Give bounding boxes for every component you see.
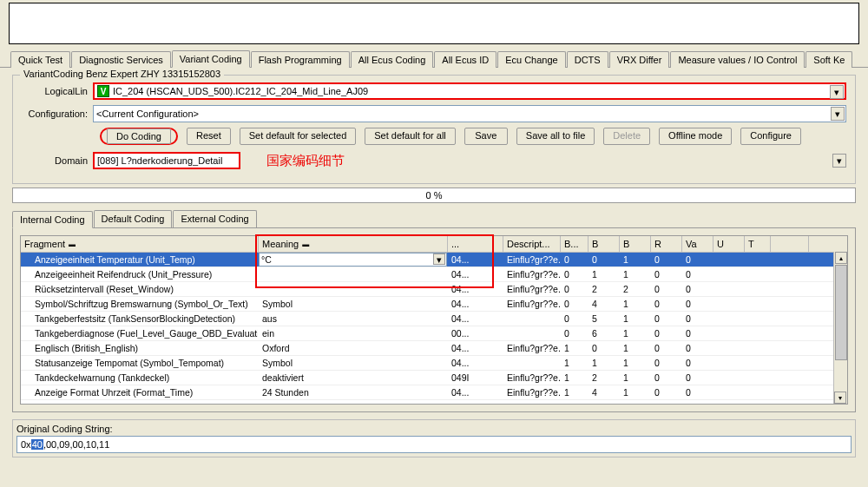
data-cell: 04... (448, 253, 503, 266)
tab-all-ecus-coding[interactable]: All Ecus Coding (351, 51, 434, 68)
ecu-status-icon: V (97, 85, 109, 97)
inner-tab-internal-coding[interactable]: Internal Coding (12, 211, 93, 228)
action-button-row: Do Coding Reset Set default for selected… (22, 128, 846, 145)
domain-dropdown[interactable]: [089] L?nderkodierung_Detail (93, 152, 240, 169)
data-cell: 1 (620, 327, 651, 339)
tab-variant-coding[interactable]: Variant Coding (172, 50, 250, 68)
data-cell: 0 (651, 313, 682, 325)
data-cell: 1 (620, 298, 651, 310)
fragment-cell: Anzeigeeinheit Temperatur (Unit_Temp) (21, 253, 259, 266)
chevron-down-icon[interactable]: ▾ (830, 85, 844, 99)
do-coding-highlight: Do Coding (100, 128, 178, 145)
vertical-scrollbar[interactable]: ▴ ▾ (833, 252, 847, 404)
save-all-file-button[interactable]: Save all to file (516, 128, 595, 145)
data-cell (771, 303, 809, 305)
chevron-down-icon[interactable]: ▾ (433, 253, 445, 265)
save-button[interactable]: Save (464, 128, 508, 145)
column-header[interactable]: R (651, 236, 682, 252)
column-header[interactable] (771, 236, 809, 252)
data-cell (771, 347, 809, 349)
configuration-dropdown[interactable]: <Current Configuration> ▾ (93, 105, 846, 122)
column-header[interactable]: Fragment▬ (21, 236, 259, 252)
table-row[interactable]: Anzeigeeinheit Reifendruck (Unit_Pressur… (21, 267, 847, 282)
inner-tab-default-coding[interactable]: Default Coding (94, 210, 173, 227)
data-cell: 0 (651, 327, 682, 339)
original-coding-string[interactable]: 0x40,00,09,00,10,11 (16, 436, 852, 453)
tab-diagnostic-services[interactable]: Diagnostic Services (71, 51, 171, 68)
meaning-dropdown[interactable]: °C▾°C°F (259, 253, 447, 267)
column-header[interactable]: Meaning▬ (259, 236, 448, 252)
set-default-selected-button[interactable]: Set default for selected (240, 128, 357, 145)
meaning-cell: aus (259, 313, 448, 325)
data-cell (713, 259, 745, 260)
tab-soft-ke[interactable]: Soft Ke (806, 51, 852, 68)
fieldset-title: VariantCoding Benz Expert ZHY 1331515280… (20, 69, 224, 79)
data-cell: 1 (589, 357, 620, 369)
tab-quick-test[interactable]: Quick Test (10, 51, 70, 68)
logical-link-dropdown[interactable]: V IC_204 (HSCAN_UDS_500).IC212_IC_204_Mi… (93, 82, 846, 100)
data-cell: 0 (651, 268, 682, 280)
tab-measure-values-io-control[interactable]: Measure values / IO Control (670, 51, 805, 68)
column-header[interactable]: ... (448, 236, 503, 252)
offline-mode-button[interactable]: Offline mode (659, 128, 732, 145)
column-header[interactable]: B... (561, 236, 589, 252)
data-cell (745, 347, 771, 349)
column-header[interactable]: B (589, 236, 620, 252)
data-cell (771, 273, 809, 275)
table-row[interactable]: Symbol/Schriftzug Bremswarnung (Symbol_O… (21, 297, 847, 312)
table-row[interactable]: Rücksetzintervall (Reset_Window)04...Ein… (21, 282, 847, 297)
data-cell: Einflu?gr??e... (503, 386, 561, 398)
tab-dcts[interactable]: DCTS (567, 51, 608, 68)
table-row[interactable]: Statusanzeige Tempomat (Symbol_Tempomat)… (21, 356, 847, 371)
table-row[interactable]: Anzeigeeinheit Temperatur (Unit_Temp)°C▾… (21, 253, 847, 267)
column-header[interactable]: Descript... (503, 236, 561, 252)
domain-value: [089] L?nderkodierung_Detail (97, 155, 222, 166)
inner-tab-external-coding[interactable]: External Coding (173, 210, 256, 227)
data-cell: 5 (589, 313, 620, 325)
configure-button[interactable]: Configure (740, 128, 801, 145)
table-row[interactable]: Tankgeberdiagnose (Fuel_Level_Gauge_OBD_… (21, 326, 847, 341)
progress-bar: 0 % (12, 188, 856, 203)
data-cell (713, 273, 745, 275)
column-header[interactable]: Va (682, 236, 713, 252)
data-cell: Einflu?gr??e... (503, 342, 561, 354)
table-row[interactable]: Tankgeberfestsitz (TankSensorBlockingDet… (21, 312, 847, 326)
column-header[interactable]: B (620, 236, 651, 252)
do-coding-button[interactable]: Do Coding (107, 128, 171, 144)
scroll-thumb[interactable] (835, 265, 847, 360)
data-cell: 1 (589, 268, 620, 280)
set-default-all-button[interactable]: Set default for all (365, 128, 456, 145)
sort-arrow-icon: ▬ (69, 240, 76, 248)
data-cell (713, 362, 745, 364)
data-cell (745, 392, 771, 393)
scroll-down-button[interactable]: ▾ (834, 392, 846, 404)
data-cell: 0 (589, 342, 620, 354)
chevron-down-icon[interactable]: ▾ (832, 154, 846, 168)
column-header[interactable]: U (713, 236, 745, 252)
table-row[interactable]: Tankdeckelwarnung (Tankdeckel)deaktivier… (21, 371, 847, 385)
table-row[interactable]: Englisch (British_English)Oxford04...Ein… (21, 341, 847, 356)
data-cell: 0 (651, 298, 682, 310)
chevron-down-icon[interactable]: ▾ (831, 107, 845, 121)
meaning-cell[interactable]: °C▾°C°F (259, 253, 448, 267)
column-header[interactable]: T (745, 236, 771, 252)
reset-button[interactable]: Reset (187, 128, 231, 145)
data-cell: Einflu?gr??e... (503, 283, 561, 295)
data-cell (503, 332, 561, 334)
original-coding-panel: Original Coding String: 0x40,00,09,00,10… (12, 419, 856, 457)
data-cell: 0 (682, 357, 713, 369)
chinese-annotation: 国家编码细节 (266, 153, 345, 169)
data-cell: 04... (448, 298, 503, 310)
tab-vrx-differ[interactable]: VRX Differ (609, 51, 670, 68)
tab-ecu-change[interactable]: Ecu Change (497, 51, 566, 68)
tab-flash-programming[interactable]: Flash Programming (251, 51, 350, 68)
configuration-label: Configuration: (22, 109, 93, 119)
data-cell (745, 259, 771, 260)
scroll-up-button[interactable]: ▴ (835, 252, 847, 264)
tab-all-ecus-id[interactable]: All Ecus ID (434, 51, 496, 68)
meaning-cell: deaktiviert (259, 372, 448, 384)
data-cell: Einflu?gr??e... (503, 268, 561, 280)
data-cell: 1 (561, 386, 589, 398)
table-row[interactable]: Anzeige Format Uhrzeit (Format_Time)24 S… (21, 385, 847, 400)
data-cell (745, 332, 771, 334)
